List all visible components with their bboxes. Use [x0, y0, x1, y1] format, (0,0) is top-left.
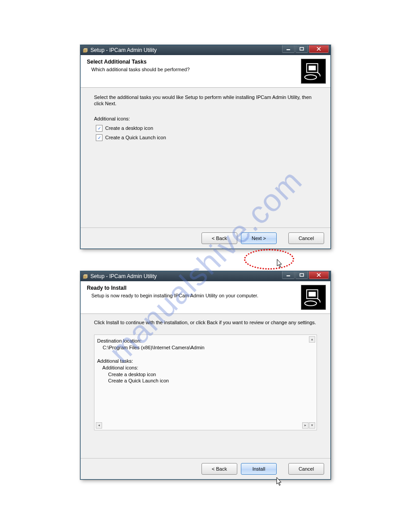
window-title: Setup - IPCam Admin Utility — [90, 273, 157, 279]
window-title: Setup - IPCam Admin Utility — [90, 47, 157, 53]
page-subtitle: Setup is now ready to begin installing I… — [91, 293, 298, 298]
cancel-button[interactable]: Cancel — [288, 232, 324, 244]
back-button[interactable]: < Back — [201, 463, 237, 475]
svg-rect-7 — [287, 275, 290, 276]
install-button[interactable]: Install — [241, 463, 277, 475]
dialog-select-additional-tasks: Setup - IPCam Admin Utility Select Addit… — [80, 45, 331, 249]
svg-rect-6 — [83, 275, 86, 279]
maximize-button[interactable] — [295, 45, 308, 53]
svg-rect-0 — [83, 49, 86, 52]
close-button[interactable] — [309, 45, 329, 53]
wizard-banner-icon — [301, 59, 326, 84]
setup-icon — [82, 47, 89, 53]
svg-rect-2 — [300, 47, 304, 50]
dialog-ready-to-install: Setup - IPCam Admin Utility Ready to Ins… — [80, 271, 331, 480]
page-title: Ready to Install — [87, 285, 298, 291]
titlebar[interactable]: Setup - IPCam Admin Utility — [81, 45, 330, 55]
summary-textbox: Destination location: C:\Program Files (… — [94, 335, 317, 430]
titlebar[interactable]: Setup - IPCam Admin Utility — [81, 271, 330, 281]
back-button[interactable]: < Back — [201, 232, 237, 244]
scroll-down-icon[interactable]: ▾ — [309, 422, 315, 429]
svg-rect-10 — [308, 292, 316, 297]
cursor-icon — [277, 259, 283, 268]
scrollbar-horizontal[interactable]: ◂ ▸ — [96, 422, 308, 429]
scroll-up-icon[interactable]: ▴ — [309, 336, 315, 343]
svg-rect-4 — [308, 66, 316, 71]
page-title: Select Additional Tasks — [87, 59, 298, 65]
checkbox-desktop-icon[interactable]: ✓ — [96, 125, 103, 132]
scroll-right-icon[interactable]: ▸ — [302, 422, 308, 429]
minimize-button[interactable] — [282, 271, 295, 279]
svg-rect-1 — [287, 49, 290, 50]
checkbox-desktop-icon-label: Create a desktop icon — [105, 125, 153, 131]
cancel-button[interactable]: Cancel — [288, 463, 324, 475]
svg-point-11 — [304, 301, 317, 306]
next-button[interactable]: Next > — [241, 232, 277, 244]
checkbox-quick-launch-icon-label: Create a Quick Launch icon — [105, 135, 166, 140]
svg-rect-8 — [300, 274, 304, 276]
section-label: Additional icons: — [94, 116, 317, 121]
minimize-button[interactable] — [282, 45, 295, 53]
page-subtitle: Which additional tasks should be perform… — [91, 67, 298, 72]
instruction-text: Select the additional tasks you would li… — [94, 94, 317, 107]
wizard-header: Select Additional Tasks Which additional… — [81, 55, 330, 88]
svg-point-5 — [304, 75, 317, 80]
instruction-text: Click Install to continue with the insta… — [94, 319, 317, 326]
scrollbar-vertical[interactable]: ▴ ▾ — [309, 336, 315, 429]
wizard-banner-icon — [301, 285, 326, 310]
wizard-header: Ready to Install Setup is now ready to b… — [81, 281, 330, 314]
annotation-highlight-oval — [244, 249, 294, 270]
checkbox-quick-launch-icon[interactable]: ✓ — [96, 134, 103, 141]
scroll-left-icon[interactable]: ◂ — [96, 422, 102, 429]
setup-icon — [82, 273, 89, 279]
maximize-button[interactable] — [295, 271, 308, 279]
close-button[interactable] — [309, 271, 329, 279]
summary-content: Destination location: C:\Program Files (… — [97, 338, 314, 384]
